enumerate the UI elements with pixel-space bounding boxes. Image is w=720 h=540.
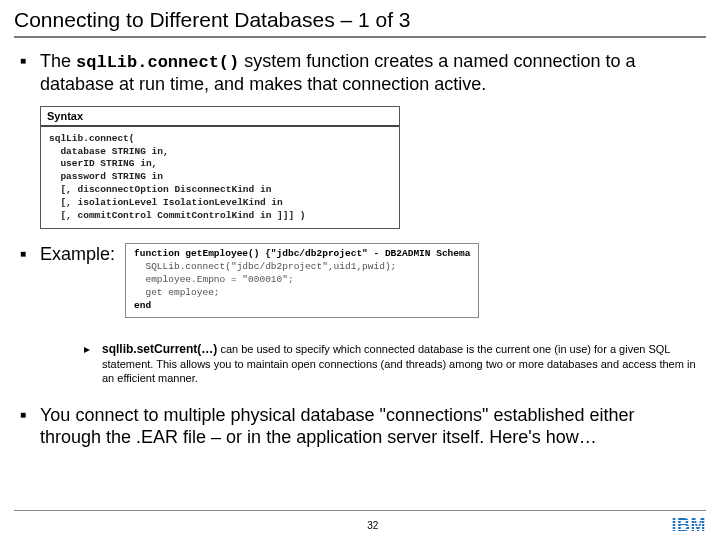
code-l1: function getEmployee() {"jdbc/db2project… [134,248,470,259]
bullet-main: The sqlLib.connect() system function cre… [14,50,706,96]
bullet-final: You connect to multiple physical databas… [14,404,664,449]
footer: 32 IBM [0,510,720,536]
sub-note-lead: sqllib.setCurrent(…) [102,342,217,356]
syntax-heading: Syntax [41,107,399,127]
bullet-example: Example: function getEmployee() {"jdbc/d… [14,243,706,385]
code-l3: employee.Empno = "000010"; [134,274,294,285]
syntax-body: sqlLib.connect( database STRING in, user… [41,127,399,229]
page-number: 32 [367,520,378,531]
slide-title: Connecting to Different Databases – 1 of… [14,8,706,32]
ibm-logo: IBM [672,515,707,536]
code-l5: end [134,300,151,311]
example-code: function getEmployee() {"jdbc/db2project… [125,243,479,317]
code-l4: get employee; [134,287,220,298]
title-rule [14,36,706,38]
code-l2: SQLLib.connect("jdbc/db2project",uid1,pw… [134,261,396,272]
example-label: Example: [40,243,115,266]
footer-rule [14,510,706,511]
syntax-box: Syntax sqlLib.connect( database STRING i… [40,106,400,230]
bullet-main-code: sqlLib.connect() [76,53,239,72]
bullet-main-pre: The [40,51,76,71]
sub-note: sqllib.setCurrent(…) can be used to spec… [84,342,704,386]
